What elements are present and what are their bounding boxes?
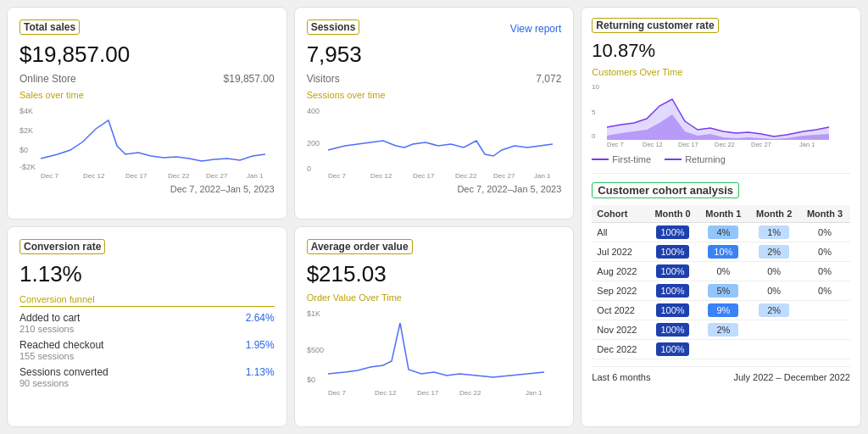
- funnel-item-rate: 1.95%: [246, 339, 275, 351]
- funnel-item-rate: 1.13%: [246, 366, 275, 378]
- view-report-link[interactable]: View report: [510, 23, 561, 35]
- svg-text:Dec 17: Dec 17: [125, 172, 147, 180]
- cohort-cell: 100%: [648, 320, 698, 340]
- right-column-card: Returning customer rate 10.87% Customers…: [581, 7, 861, 427]
- svg-text:Dec 7: Dec 7: [41, 172, 58, 180]
- cohort-cell: Jul 2022: [592, 242, 647, 262]
- svg-text:10: 10: [592, 83, 599, 91]
- funnel-item-sessions: 90 sessions: [19, 378, 108, 388]
- returning-customer-section: Returning customer rate 10.87% Customers…: [592, 18, 850, 164]
- total-sales-card: Total sales $19,857.00 Online Store $19,…: [7, 7, 287, 220]
- sessions-card: Sessions View report 7,953 Visitors 7,07…: [294, 7, 575, 220]
- funnel-item: Sessions converted 90 sessions 1.13%: [19, 366, 275, 388]
- cohort-cell: Oct 2022: [592, 301, 647, 320]
- svg-text:Jan 1: Jan 1: [534, 172, 551, 180]
- avg-order-value: $215.03: [307, 261, 562, 287]
- cohort-cell: [748, 340, 799, 359]
- funnel-item-sessions: 155 sessions: [19, 351, 103, 361]
- svg-text:$0: $0: [19, 146, 28, 154]
- svg-text:-$2K: -$2K: [19, 163, 36, 171]
- total-sales-subtitle: Online Store $19,857.00: [19, 73, 275, 85]
- svg-text:Dec 17: Dec 17: [413, 172, 435, 180]
- sales-chart-label: Sales over time: [19, 90, 275, 100]
- total-sales-title: Total sales: [19, 19, 80, 35]
- svg-text:Dec 12: Dec 12: [83, 172, 105, 180]
- svg-text:Jan 1: Jan 1: [799, 141, 815, 148]
- svg-text:Jan 1: Jan 1: [247, 172, 264, 180]
- funnel-items: Added to cart 210 sessions 2.64% Reached…: [19, 312, 275, 388]
- cohort-footer-left: Last 6 months: [592, 372, 650, 382]
- cohort-cell: 2%: [748, 242, 799, 262]
- cohort-cell: 100%: [648, 281, 698, 301]
- cohort-cell: [799, 301, 850, 320]
- svg-text:5: 5: [592, 108, 596, 116]
- returning-label: Returning: [685, 154, 726, 164]
- first-time-legend: First-time: [592, 154, 651, 164]
- conversion-title: Conversion rate: [19, 239, 105, 254]
- svg-text:Jan 1: Jan 1: [526, 389, 542, 397]
- svg-text:Dec 12: Dec 12: [375, 389, 397, 397]
- cohort-cell: 10%: [698, 242, 748, 262]
- svg-text:200: 200: [307, 139, 320, 147]
- cohort-table-container[interactable]: Cohort Month 0 Month 1 Month 2 Month 3 A…: [592, 205, 850, 359]
- cohort-cell: 100%: [648, 301, 698, 320]
- funnel-item: Reached checkout 155 sessions 1.95%: [19, 339, 275, 361]
- cohort-cell: 2%: [748, 301, 799, 320]
- svg-text:$4K: $4K: [19, 107, 33, 115]
- cohort-cell: All: [592, 223, 647, 242]
- svg-text:Dec 22: Dec 22: [459, 389, 481, 397]
- cohort-table: Cohort Month 0 Month 1 Month 2 Month 3 A…: [592, 205, 850, 359]
- svg-text:0: 0: [307, 164, 311, 173]
- cohort-cell: [799, 320, 850, 340]
- cohort-cell: 0%: [799, 242, 850, 262]
- cohort-cell: 1%: [748, 223, 799, 242]
- funnel-item: Added to cart 210 sessions 2.64%: [19, 312, 275, 334]
- col-month3: Month 3: [799, 205, 850, 223]
- conversion-card: Conversion rate 1.13% Conversion funnel …: [7, 226, 287, 427]
- svg-text:$500: $500: [307, 346, 324, 354]
- chart-legend: First-time Returning: [592, 154, 850, 164]
- svg-text:$1K: $1K: [307, 309, 320, 318]
- cohort-cell: 0%: [698, 262, 748, 281]
- cohort-cell: [748, 320, 799, 340]
- cohort-cell: Nov 2022: [592, 320, 647, 340]
- sales-date-range: Dec 7, 2022–Jan 5, 2023: [19, 184, 275, 194]
- cohort-cell: 4%: [698, 223, 748, 242]
- cohort-footer: Last 6 months July 2022 – December 2022: [592, 366, 850, 382]
- table-row: Aug 2022100%0%0%0%: [592, 262, 850, 281]
- returning-chart: 10 5 0 Dec 7 Dec 12 Dec 17 Dec 22 Dec 27…: [592, 81, 837, 148]
- funnel-item-name: Added to cart: [19, 312, 80, 324]
- svg-text:Dec 7: Dec 7: [328, 172, 346, 180]
- funnel-item-name: Sessions converted: [19, 366, 108, 378]
- returning-legend: Returning: [665, 154, 726, 164]
- section-divider: [592, 173, 850, 174]
- svg-text:Dec 22: Dec 22: [715, 141, 735, 148]
- customers-chart-label: Customers Over Time: [592, 67, 850, 77]
- cohort-cell: 0%: [799, 281, 850, 301]
- svg-text:Dec 22: Dec 22: [455, 172, 477, 180]
- col-month2: Month 2: [748, 205, 799, 223]
- sessions-chart: 400 200 0 Dec 7 Dec 12 Dec 17 Dec 22 Dec…: [307, 103, 561, 180]
- cohort-cell: [698, 340, 748, 359]
- table-row: Dec 2022100%: [592, 340, 850, 359]
- visitors-label: Visitors: [307, 73, 340, 85]
- svg-text:Dec 27: Dec 27: [493, 172, 515, 180]
- table-row: All100%4%1%0%: [592, 223, 850, 242]
- cohort-section: Customer cohort analysis Cohort Month 0 …: [592, 182, 850, 416]
- returning-customer-value: 10.87%: [592, 40, 850, 62]
- svg-text:0: 0: [592, 132, 596, 140]
- first-time-label: First-time: [612, 154, 651, 164]
- sessions-chart-label: Sessions over time: [307, 90, 562, 100]
- sessions-subtitle: Visitors 7,072: [307, 73, 562, 85]
- col-cohort: Cohort: [592, 205, 647, 223]
- funnel-item-sessions: 210 sessions: [19, 324, 80, 334]
- funnel-label: Conversion funnel: [19, 294, 275, 307]
- svg-text:$2K: $2K: [19, 126, 33, 135]
- cohort-cell: Aug 2022: [592, 262, 647, 281]
- cohort-cell: 5%: [698, 281, 748, 301]
- cohort-cell: 0%: [799, 223, 850, 242]
- cohort-cell: 0%: [748, 281, 799, 301]
- online-store-value: $19,857.00: [224, 73, 275, 85]
- table-row: Oct 2022100%9%2%: [592, 301, 850, 320]
- sessions-value: 7,953: [307, 42, 562, 68]
